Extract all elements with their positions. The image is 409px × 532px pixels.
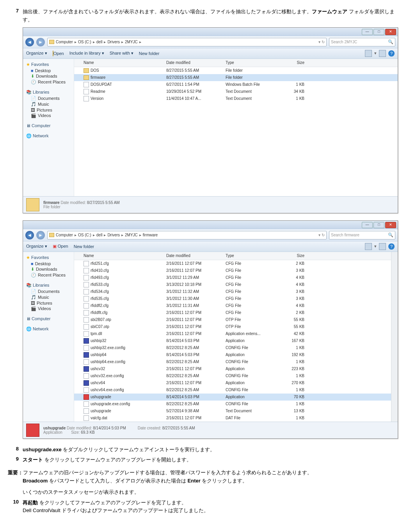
new-folder-button[interactable]: New folder [139,51,160,56]
file-size: 4 KB [279,282,307,287]
breadcrumb[interactable]: Computer▸ OS (C:)▸ dell▸ Drivers▸ 2MYJC▸… [47,38,327,46]
file-row[interactable]: sbi2B07.otp2/16/2011 12:07 PMOTP File55 … [74,316,391,323]
sidebar-item[interactable]: ⬇Downloads [23,266,74,272]
file-type: Application [223,381,279,385]
file-row[interactable]: ushbip648/14/2014 5:03 PMApplication192 … [74,351,391,358]
file-row[interactable]: ushbip32.exe.config8/22/2012 8:25 AMCONF… [74,344,391,351]
include-menu[interactable]: Include in library ▾ [69,51,104,56]
file-row[interactable]: firmware8/27/2015 5:55 AMFile folder [74,74,398,81]
sidebar-item[interactable]: 🕘Recent Places [23,79,74,85]
help-icon[interactable]: ? [388,50,395,57]
help-icon[interactable]: ? [388,243,395,250]
bc-part[interactable]: 2MYJC [125,40,138,44]
file-row[interactable]: DOS8/27/2015 5:55 AMFile folder [74,67,398,74]
file-row[interactable]: ushbip64.exe.config8/22/2012 8:25 AMCONF… [74,358,391,365]
file-row[interactable]: rfid410.cfg2/16/2011 12:07 PMCFG File3 K… [74,267,391,274]
file-row[interactable]: Version11/4/2014 10:47 A...Text Document… [74,95,398,102]
file-row[interactable]: ushbip328/14/2014 5:03 PMApplication167 … [74,337,391,344]
sidebar-network[interactable]: 🌐 Network [23,326,74,332]
file-row[interactable]: rfid533.cfg3/13/2012 10:18 PMCFG File4 K… [74,281,391,288]
file-row[interactable]: valcfg.dat2/16/2011 12:07 PMDAT File1 KB [74,415,391,422]
file-row[interactable]: ushupgrade.exe.config8/22/2012 8:25 AMCO… [74,401,391,408]
bc-part[interactable]: Computer [56,40,73,44]
bc-part[interactable]: OS (C:) [78,40,91,44]
organize-menu[interactable]: Organize ▾ [26,244,47,249]
close-button[interactable]: ✕ [385,222,396,228]
file-row[interactable]: sbiC07.otp2/16/2011 12:07 PMOTP File55 K… [74,323,391,330]
preview-icon[interactable] [379,243,386,250]
file-type: CFG File [223,303,279,308]
file-row[interactable]: rfiddflt.cfg2/16/2011 12:07 PMCFG File2 … [74,309,391,316]
file-row[interactable]: rfid535.cfg3/1/2012 11:30 AMCFG File3 KB [74,295,391,302]
bc-part[interactable]: 2MYJC [125,233,138,237]
sidebar-item[interactable]: ■Desktop [23,68,74,73]
file-row[interactable]: rfid534.cfg3/1/2012 11:32 AMCFG File3 KB [74,288,391,295]
file-row[interactable]: rfiddfl2.cfg3/1/2012 11:31 AMCFG File4 K… [74,302,391,309]
file-type: CFG File [223,275,279,280]
sidebar-item[interactable]: 🖼Pictures [23,107,74,113]
new-folder-button[interactable]: New folder [74,244,94,249]
file-row[interactable]: ushupgrade5/27/2014 9:38 AMText Document… [74,408,391,415]
sidebar-libraries[interactable]: 📚 Libraries [23,89,74,96]
sidebar-item[interactable]: 🎬Videos [23,306,74,312]
file-row[interactable]: ushupgrade8/14/2014 5:03 PMApplication70… [74,394,391,401]
search-input[interactable]: Search firmware 🔍 [329,231,395,239]
sidebar-item[interactable]: 📄Documents [23,96,74,101]
sidebar-computer[interactable]: 🖥 Computer [23,316,74,322]
scrollbar[interactable] [391,252,398,422]
minimize-button[interactable]: — [362,29,373,35]
file-date: 3/1/2012 11:29 AM [164,275,223,280]
forward-button[interactable]: ► [36,231,45,239]
file-row[interactable]: rfid251.cfg2/16/2011 12:07 PMCFG File2 K… [74,260,391,267]
sidebar-computer[interactable]: 🖥 Computer [23,122,74,129]
column-header[interactable]: Name Date modified Type Size [74,252,391,260]
file-row[interactable]: ushcv32.exe.config8/22/2012 8:25 AMCONFI… [74,372,391,379]
sidebar-libraries[interactable]: 📚 Libraries [23,282,74,289]
bc-part[interactable]: Drivers [107,233,120,237]
minimize-button[interactable]: — [362,222,373,228]
file-row[interactable]: Readme10/29/2014 5:52 PMText Document34 … [74,88,398,95]
back-button[interactable]: ◄ [25,38,34,46]
open-button[interactable]: Open [53,51,64,56]
sidebar-item[interactable]: 🕘Recent Places [23,272,74,278]
open-button[interactable]: ▣ Open [53,244,68,249]
sidebar-favorites[interactable]: ★ Favorites [23,254,74,261]
maximize-button[interactable]: □ [373,222,384,228]
sidebar-item[interactable]: 🎵Music [23,294,74,300]
sidebar-item[interactable]: 🎬Videos [23,113,74,119]
sidebar-item[interactable]: ■Desktop [23,261,74,266]
view-icon[interactable] [365,243,372,250]
sidebar-favorites[interactable]: ★ Favorites [23,61,74,68]
search-input[interactable]: Search 2MYJC 🔍 [329,38,395,46]
sidebar-item[interactable]: 🎵Music [23,101,74,107]
close-button[interactable]: ✕ [385,29,396,35]
breadcrumb[interactable]: Computer▸ OS (C:)▸ dell▸ Drivers▸ 2MYJC▸… [47,231,327,239]
sidebar-network[interactable]: 🌐 Network [23,133,74,139]
share-menu[interactable]: Share with ▾ [110,51,133,56]
placeholder: Search 2MYJC [331,40,357,44]
sidebar-item[interactable]: 📄Documents [23,289,74,294]
sidebar-item[interactable]: 🖼Pictures [23,300,74,306]
file-row[interactable]: ushcv642/16/2011 12:07 PMApplication270 … [74,379,391,387]
back-button[interactable]: ◄ [25,231,34,239]
bc-part[interactable]: dell [96,40,103,44]
file-row[interactable]: tpm.dll2/16/2011 12:07 PMApplication ext… [74,330,391,337]
bc-part[interactable]: dell [96,233,103,237]
sidebar-item[interactable]: ⬇Downloads [23,73,74,79]
file-row[interactable]: DOSUPDAT6/27/2011 1:54 PMWindows Batch F… [74,81,398,88]
bc-part[interactable]: OS (C:) [78,233,91,237]
file-row[interactable]: ushcv64.exe.config8/22/2012 8:25 AMCONFI… [74,387,391,394]
file-row[interactable]: ushcv322/16/2011 12:07 PMApplication223 … [74,365,391,372]
view-icon[interactable] [365,50,372,57]
column-header[interactable]: Name Date modified Type Size [74,59,398,67]
file-size: 192 KB [279,353,307,357]
bc-part[interactable]: firmware [143,233,158,237]
organize-menu[interactable]: Organize ▾ [26,51,47,56]
forward-button[interactable]: ► [36,38,45,46]
maximize-button[interactable]: □ [373,29,384,35]
bc-part[interactable]: Drivers [107,40,120,44]
preview-icon[interactable] [379,50,386,57]
address-bar-row: ◄ ► Computer▸ OS (C:)▸ dell▸ Drivers▸ 2M… [23,229,398,241]
bc-part[interactable]: Computer [56,233,73,237]
file-row[interactable]: rfid493.cfg3/1/2012 11:29 AMCFG File4 KB [74,274,391,281]
